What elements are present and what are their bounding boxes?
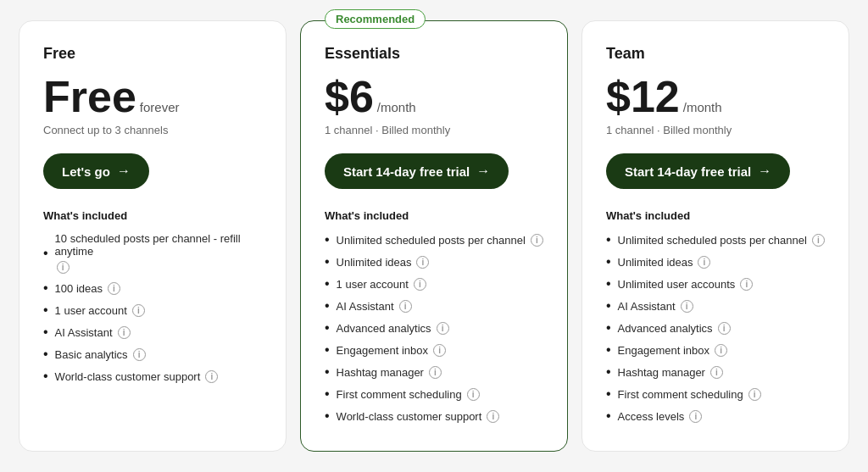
- cta-button-free[interactable]: Let's go →: [43, 153, 149, 189]
- feature-text: Unlimited ideas: [337, 256, 412, 269]
- info-icon[interactable]: i: [710, 366, 723, 379]
- plan-price-row-team: $12 /month: [606, 75, 825, 119]
- info-icon[interactable]: i: [57, 261, 70, 274]
- feature-item: 10 scheduled posts per channel - refill …: [43, 232, 262, 274]
- info-icon[interactable]: i: [433, 344, 446, 357]
- feature-item: World-class customer support i: [43, 369, 262, 384]
- cta-label-team: Start 14-day free trial: [625, 164, 751, 179]
- info-icon[interactable]: i: [487, 410, 499, 423]
- feature-text: Engagement inbox: [618, 344, 709, 357]
- info-icon[interactable]: i: [467, 388, 480, 401]
- info-icon[interactable]: i: [748, 388, 761, 401]
- cta-button-essentials[interactable]: Start 14-day free trial →: [325, 153, 509, 189]
- info-icon[interactable]: i: [399, 300, 412, 313]
- feature-text: World-class customer support: [55, 370, 201, 383]
- info-icon[interactable]: i: [740, 278, 753, 291]
- cta-button-team[interactable]: Start 14-day free trial →: [606, 153, 790, 189]
- feature-item: Advanced analytics i: [325, 320, 543, 336]
- plan-card-free: Free Free forever Connect up to 3 channe…: [19, 20, 287, 452]
- cta-label-free: Let's go: [62, 164, 110, 179]
- feature-item: Unlimited user accounts i: [606, 276, 825, 292]
- feature-text: First comment scheduling: [618, 388, 743, 401]
- price-main-team: $12: [606, 75, 680, 119]
- feature-item: Hashtag manager i: [325, 364, 543, 380]
- plan-subtitle-team: 1 channel · Billed monthly: [606, 124, 825, 136]
- recommended-badge: Recommended: [325, 9, 426, 29]
- feature-text: Unlimited scheduled posts per channel: [618, 234, 807, 247]
- feature-item: Access levels i: [606, 408, 825, 424]
- feature-item: AI Assistant i: [43, 325, 262, 340]
- plan-subtitle-free: Connect up to 3 channels: [43, 124, 262, 136]
- info-icon[interactable]: i: [414, 278, 426, 291]
- arrow-icon-free: →: [117, 164, 131, 179]
- plan-card-essentials: RecommendedEssentials $6 /month 1 channe…: [300, 20, 568, 452]
- info-icon[interactable]: i: [205, 370, 218, 383]
- info-icon[interactable]: i: [718, 322, 731, 335]
- info-icon[interactable]: i: [689, 410, 702, 423]
- feature-text: 100 ideas: [55, 282, 103, 295]
- price-period-team: /month: [683, 100, 722, 114]
- price-main-essentials: $6: [325, 75, 374, 119]
- arrow-icon-team: →: [758, 164, 771, 179]
- feature-text: Hashtag manager: [618, 366, 705, 379]
- feature-item: AI Assistant i: [606, 298, 825, 314]
- info-icon[interactable]: i: [681, 300, 693, 313]
- price-period-free: forever: [140, 100, 180, 114]
- feature-item: Engagement inbox i: [606, 342, 825, 358]
- pricing-container: Free Free forever Connect up to 3 channe…: [19, 20, 849, 452]
- feature-item: First comment scheduling i: [606, 386, 825, 402]
- info-icon[interactable]: i: [416, 256, 429, 269]
- feature-text: AI Assistant: [618, 300, 676, 313]
- feature-item: 1 user account i: [325, 276, 543, 292]
- info-icon[interactable]: i: [133, 348, 146, 361]
- feature-item: 1 user account i: [43, 303, 262, 318]
- plan-name-free: Free: [43, 45, 262, 63]
- info-icon[interactable]: i: [429, 366, 442, 379]
- whats-included-label-team: What's included: [606, 209, 825, 222]
- feature-text: Basic analytics: [55, 348, 128, 361]
- feature-text: 1 user account: [55, 304, 127, 317]
- feature-text: Hashtag manager: [337, 366, 424, 379]
- plan-price-row-essentials: $6 /month: [325, 75, 543, 119]
- feature-text: Access levels: [618, 410, 685, 423]
- feature-item: World-class customer support i: [325, 408, 543, 424]
- feature-text: Unlimited scheduled posts per channel: [337, 234, 526, 247]
- feature-item: Unlimited ideas i: [606, 254, 825, 269]
- arrow-icon-essentials: →: [476, 164, 490, 179]
- plan-name-essentials: Essentials: [325, 45, 543, 63]
- feature-text: Unlimited ideas: [618, 256, 693, 269]
- features-list-team: Unlimited scheduled posts per channel i …: [606, 232, 825, 424]
- feature-text: 1 user account: [337, 278, 409, 291]
- feature-text: AI Assistant: [337, 300, 394, 313]
- feature-text: Engagement inbox: [337, 344, 428, 357]
- plan-name-team: Team: [606, 45, 825, 63]
- feature-item: AI Assistant i: [325, 298, 543, 314]
- info-icon[interactable]: i: [715, 344, 727, 357]
- feature-item: Engagement inbox i: [325, 342, 543, 358]
- whats-included-label-essentials: What's included: [325, 209, 543, 222]
- cta-label-essentials: Start 14-day free trial: [343, 164, 470, 179]
- info-icon[interactable]: i: [812, 234, 825, 247]
- feature-text: First comment scheduling: [337, 388, 462, 401]
- feature-item: Unlimited scheduled posts per channel i: [325, 232, 543, 247]
- info-icon[interactable]: i: [698, 256, 710, 269]
- price-period-essentials: /month: [377, 100, 416, 114]
- price-main-free: Free: [43, 75, 136, 119]
- feature-item: Unlimited scheduled posts per channel i: [606, 232, 825, 247]
- feature-item: First comment scheduling i: [325, 386, 543, 402]
- feature-text: Advanced analytics: [618, 322, 713, 335]
- feature-text: Advanced analytics: [337, 322, 431, 335]
- whats-included-label-free: What's included: [43, 209, 262, 222]
- info-icon[interactable]: i: [531, 234, 543, 247]
- info-icon[interactable]: i: [108, 282, 120, 295]
- feature-text: Unlimited user accounts: [618, 278, 736, 291]
- features-list-free: 10 scheduled posts per channel - refill …: [43, 232, 262, 384]
- info-icon[interactable]: i: [132, 304, 145, 317]
- plan-price-row-free: Free forever: [43, 75, 262, 119]
- feature-item: Basic analytics i: [43, 347, 262, 362]
- info-icon[interactable]: i: [118, 326, 131, 339]
- feature-text: AI Assistant: [55, 326, 113, 339]
- plan-subtitle-essentials: 1 channel · Billed monthly: [325, 124, 543, 136]
- feature-item: Unlimited ideas i: [325, 254, 543, 269]
- info-icon[interactable]: i: [437, 322, 449, 335]
